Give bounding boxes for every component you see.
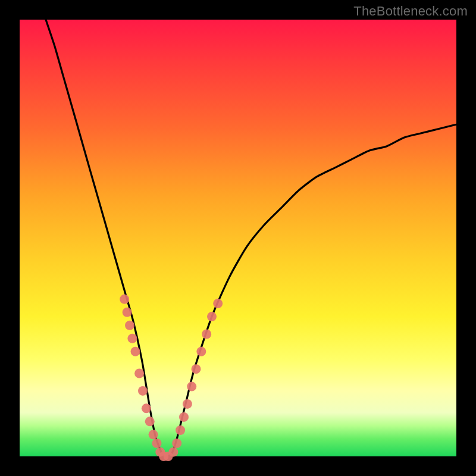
chart-frame: TheBottleneck.com — [0, 0, 476, 476]
marker-dot — [207, 312, 217, 321]
marker-dot — [131, 347, 140, 356]
marker-dot — [172, 439, 181, 448]
marker-dot — [123, 308, 132, 317]
watermark-text: TheBottleneck.com — [353, 4, 468, 19]
marker-dot — [127, 334, 137, 343]
curve-layer — [20, 20, 456, 456]
marker-dot — [187, 382, 196, 392]
bottleneck-curve — [46, 20, 456, 457]
marker-dot — [120, 295, 129, 304]
plot-area — [20, 20, 456, 456]
marker-dot — [138, 386, 148, 396]
marker-dot — [202, 330, 211, 339]
marker-dot — [125, 321, 134, 330]
marker-dot — [179, 412, 189, 422]
marker-dot — [183, 399, 192, 409]
marker-dot — [152, 439, 162, 448]
marker-dot — [176, 425, 185, 435]
marker-dot — [134, 369, 144, 378]
marker-dot — [192, 364, 201, 374]
marker-dot — [149, 430, 158, 439]
marker-group — [120, 295, 223, 461]
marker-dot — [196, 347, 206, 356]
marker-dot — [142, 403, 151, 413]
marker-dot — [168, 447, 178, 457]
marker-dot — [145, 416, 155, 426]
marker-dot — [213, 299, 223, 308]
